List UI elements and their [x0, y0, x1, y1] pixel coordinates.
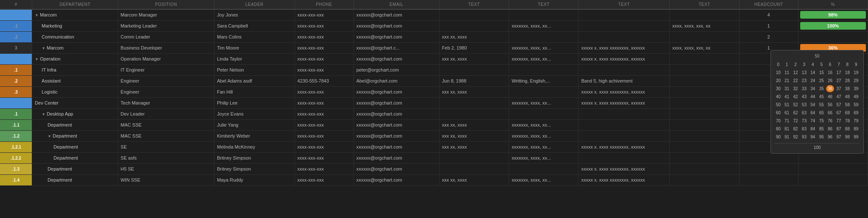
email-cell[interactable]: xxxxxx@orgchart.com	[353, 174, 439, 185]
text1-cell[interactable]: Feb 2, 1980	[439, 42, 509, 53]
col-headcount-header[interactable]: HEADCOUNT	[739, 0, 798, 9]
text4-cell[interactable]	[670, 130, 739, 141]
position-cell[interactable]: Operation Manager	[118, 53, 214, 64]
picker-number-66[interactable]: 66	[826, 109, 834, 116]
phone-cell[interactable]: xxxx-xxx-xxx	[295, 53, 353, 64]
text4-cell[interactable]: xxxx, xxxx, xxx, xx	[670, 42, 739, 53]
picker-grid[interactable]: 0123456789101112131415161718192021222324…	[774, 61, 860, 141]
picker-number-49[interactable]: 49	[852, 93, 860, 100]
text4-cell[interactable]	[670, 119, 739, 130]
text2-cell[interactable]: xxxxxxx, xxxx, xx...	[509, 174, 579, 185]
table-row[interactable]: .2CommunicationComm LeaderMars Colinsxxx…	[0, 31, 868, 42]
table-row[interactable]: .1.1DepartmentMAC SSEJulie Yangxxxx-xxx-…	[0, 119, 868, 130]
picker-number-26[interactable]: 26	[826, 77, 834, 84]
dept-cell[interactable]: Department	[32, 174, 118, 185]
text4-cell[interactable]	[670, 97, 739, 108]
position-cell[interactable]: Dev Leader	[118, 108, 214, 119]
picker-number-46[interactable]: 46	[826, 93, 834, 100]
hash-cell[interactable]	[0, 97, 32, 108]
position-cell[interactable]: SE asfs	[118, 152, 214, 163]
phone-cell[interactable]: xxxx-xxx-xxx	[295, 97, 353, 108]
picker-number-72[interactable]: 72	[792, 117, 799, 124]
dept-cell[interactable]: Marketing	[32, 20, 118, 31]
position-cell[interactable]: Marcom Manager	[118, 9, 214, 20]
expand-icon[interactable]: ▼	[42, 46, 45, 50]
picker-number-6[interactable]: 6	[826, 61, 834, 68]
text2-cell[interactable]	[509, 163, 579, 174]
picker-number-60[interactable]: 60	[774, 109, 782, 116]
picker-number-41[interactable]: 41	[783, 93, 790, 100]
picker-number-17[interactable]: 17	[835, 69, 843, 76]
picker-number-89[interactable]: 89	[852, 125, 860, 132]
picker-number-0[interactable]: 0	[774, 61, 782, 68]
picker-number-85[interactable]: 85	[818, 125, 825, 132]
position-cell[interactable]: Engineer	[118, 75, 214, 86]
text4-cell[interactable]	[670, 75, 739, 86]
picker-number-37[interactable]: 37	[835, 85, 843, 92]
email-cell[interactable]: xxxxxx@orgchart.com	[353, 9, 439, 20]
text3-cell[interactable]	[579, 108, 670, 119]
text1-cell[interactable]	[439, 163, 509, 174]
phone-cell[interactable]: 4230-555-7843	[295, 75, 353, 86]
leader-cell[interactable]: Joyce Evans	[214, 108, 295, 119]
picker-number-78[interactable]: 78	[843, 117, 851, 124]
phone-cell[interactable]: xxxx-xxx-xxx	[295, 152, 353, 163]
leader-cell[interactable]: Sara Campbell	[214, 20, 295, 31]
text2-cell[interactable]	[509, 108, 579, 119]
text3-cell[interactable]	[579, 119, 670, 130]
picker-number-38[interactable]: 38	[843, 85, 851, 92]
table-row[interactable]: ▼OperationOperation ManagerLinda Taylorx…	[0, 53, 868, 64]
picker-number-22[interactable]: 22	[792, 77, 799, 84]
text2-cell[interactable]: xxxxxxx, xxxx, xx...	[509, 97, 579, 108]
phone-cell[interactable]: xxxx-xxx-xxx	[295, 163, 353, 174]
picker-number-94[interactable]: 94	[809, 133, 817, 141]
picker-number-8[interactable]: 8	[843, 61, 851, 68]
text3-cell[interactable]	[579, 9, 670, 20]
phone-cell[interactable]: xxxx-xxx-xxx	[295, 9, 353, 20]
table-row[interactable]: .1.2.1DepartmentSEMelinda McKinneyxxxx-x…	[0, 141, 868, 152]
table-row[interactable]: .1.2.2DepartmentSE asfsBritney Simpsonxx…	[0, 152, 868, 163]
hash-cell[interactable]: .1.4	[0, 174, 32, 185]
email-cell[interactable]: xxxxxx@orgchart.com	[353, 130, 439, 141]
col-text1-header[interactable]: TEXT	[439, 0, 509, 9]
text2-cell[interactable]	[509, 64, 579, 75]
dept-cell[interactable]: ▼Department	[32, 130, 118, 141]
leader-cell[interactable]: Philip Lee	[214, 97, 295, 108]
picker-number-48[interactable]: 48	[843, 93, 851, 100]
hash-cell[interactable]: .2	[0, 31, 32, 42]
dept-cell[interactable]: Communication	[32, 31, 118, 42]
headcount-cell[interactable]	[739, 163, 798, 174]
text1-cell[interactable]: Jun 8, 1988	[439, 75, 509, 86]
text4-cell[interactable]	[670, 152, 739, 163]
dept-cell[interactable]: Department	[32, 163, 118, 174]
picker-number-93[interactable]: 93	[800, 133, 808, 141]
picker-number-21[interactable]: 21	[783, 77, 790, 84]
text4-cell[interactable]: xxxx, xxxx, xxx, xx	[670, 20, 739, 31]
text1-cell[interactable]	[439, 64, 509, 75]
text2-cell[interactable]: xxxxxxx, xxxx, xx...	[509, 42, 579, 53]
text3-cell[interactable]: xxxxx x. xxxx xxxxxxxx, xxxxxx	[579, 141, 670, 152]
text3-cell[interactable]: Band 5, high achivement	[579, 75, 670, 86]
table-row[interactable]: .1.3DepartmentH5 SEBritney Simpsonxxxx-x…	[0, 163, 868, 174]
text3-cell[interactable]: xxxxx x. xxxx xxxxxxxx, xxxxxx	[579, 174, 670, 185]
picker-number-71[interactable]: 71	[783, 117, 790, 124]
text1-cell[interactable]	[439, 20, 509, 31]
leader-cell[interactable]: Mars Colins	[214, 31, 295, 42]
picker-number-19[interactable]: 19	[852, 69, 860, 76]
picker-number-81[interactable]: 81	[783, 125, 790, 132]
text3-cell[interactable]: xxxxx x. xxxx xxxxxxxx, xxxxxx	[579, 86, 670, 97]
dept-cell[interactable]: ▼Desktop App	[32, 108, 118, 119]
text4-cell[interactable]	[670, 86, 739, 97]
position-cell[interactable]: WIN SSE	[118, 174, 214, 185]
col-email-header[interactable]: EMAIL	[353, 0, 439, 9]
email-cell[interactable]: xxxxxx@orgchart.com	[353, 53, 439, 64]
text4-cell[interactable]	[670, 31, 739, 42]
email-cell[interactable]: xxxxxx@orgchart.com	[353, 119, 439, 130]
picker-number-69[interactable]: 69	[852, 109, 860, 116]
picker-number-35[interactable]: 35	[818, 85, 825, 92]
text1-cell[interactable]	[439, 152, 509, 163]
percent-cell[interactable]	[798, 31, 868, 42]
picker-number-15[interactable]: 15	[818, 69, 825, 76]
text1-cell[interactable]: xxx xx, xxxx	[439, 53, 509, 64]
table-row[interactable]: .1MarketingMarketing LeaderSara Campbell…	[0, 20, 868, 31]
